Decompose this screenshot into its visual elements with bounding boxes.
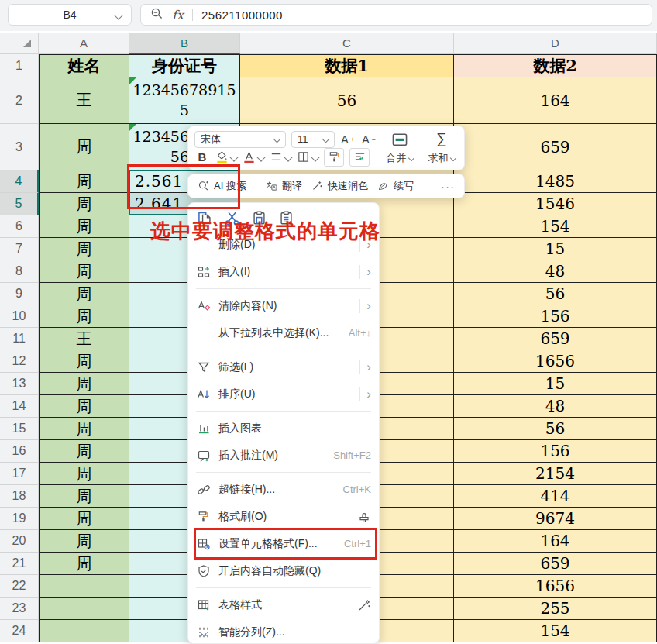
cell-A20[interactable]: 周 <box>39 530 129 553</box>
cell-A19[interactable]: 周 <box>39 508 129 530</box>
cell-B1[interactable]: 身份证号 <box>129 54 240 77</box>
cell-A3[interactable]: 周 <box>39 124 129 170</box>
cell-A10[interactable]: 周 <box>39 305 129 328</box>
row-header-9[interactable]: 9 <box>0 283 39 305</box>
menu-item-插入图表[interactable]: 插入图表 <box>188 415 379 442</box>
font-color-button[interactable] <box>243 149 264 166</box>
row-header-22[interactable]: 22 <box>0 575 39 598</box>
decrease-font-button[interactable]: A− <box>361 131 377 148</box>
column-header-C[interactable]: C <box>240 33 454 54</box>
row-header-20[interactable]: 20 <box>0 530 39 553</box>
cell-D18[interactable]: 414 <box>454 485 657 508</box>
menu-item-开启内容自动隐藏Q[interactable]: 开启内容自动隐藏(Q) <box>188 557 379 584</box>
cell-D7[interactable]: 15 <box>454 238 657 260</box>
row-header-21[interactable]: 21 <box>0 553 39 575</box>
row-header-10[interactable]: 10 <box>0 305 39 328</box>
wrap-text-button[interactable] <box>349 148 370 167</box>
zoom-search-icon[interactable] <box>150 7 163 23</box>
row-header-18[interactable]: 18 <box>0 485 39 508</box>
fx-icon[interactable]: fx <box>172 8 184 22</box>
cell-A2[interactable]: 王 <box>39 77 129 124</box>
cell-A12[interactable]: 周 <box>39 350 129 373</box>
cell-D2[interactable]: 164 <box>454 77 657 124</box>
menu-item-插入I[interactable]: 插入(I)› <box>188 258 379 285</box>
formula-value[interactable]: 256211000000 <box>201 9 283 22</box>
increase-font-button[interactable]: A+ <box>340 131 356 148</box>
column-header-D[interactable]: D <box>454 33 657 54</box>
cell-D19[interactable]: 9674 <box>454 508 657 530</box>
cell-D14[interactable]: 48 <box>454 395 657 418</box>
cell-A9[interactable]: 周 <box>39 283 129 305</box>
select-all-corner[interactable] <box>0 33 39 54</box>
cell-A4[interactable]: 周 <box>39 170 129 193</box>
row-header-8[interactable]: 8 <box>0 260 39 283</box>
more-options-button[interactable]: ··· <box>441 180 455 193</box>
font-name-select[interactable]: 宋体 <box>194 131 286 148</box>
paste-button[interactable] <box>250 209 267 226</box>
row-header-15[interactable]: 15 <box>0 418 39 440</box>
cell-D23[interactable]: 255 <box>454 598 657 620</box>
row-header-13[interactable]: 13 <box>0 373 39 395</box>
menu-item-排序U[interactable]: 排序(U)› <box>188 381 379 408</box>
menu-item-智能分列Z[interactable]: 智能分列(Z)... <box>188 618 379 644</box>
cell-D11[interactable]: 659 <box>454 328 657 350</box>
name-box[interactable]: B4 <box>8 4 132 26</box>
row-header-3[interactable]: 3 <box>0 124 39 170</box>
cell-A13[interactable]: 周 <box>39 373 129 395</box>
cell-D1[interactable]: 数据2 <box>454 54 657 77</box>
merge-cells-button[interactable]: 合并 <box>381 130 418 166</box>
menu-item-清除内容N[interactable]: 清除内容(N)› <box>188 292 379 319</box>
cell-A18[interactable]: 周 <box>39 485 129 508</box>
menu-item-格式刷O[interactable]: 格式刷(O) <box>188 503 379 530</box>
menu-item-插入批注M[interactable]: 插入批注(M)Shift+F2 <box>188 442 379 469</box>
cell-D6[interactable]: 154 <box>454 215 657 238</box>
menu-item-筛选L[interactable]: 筛选(L)› <box>188 353 379 381</box>
row-header-14[interactable]: 14 <box>0 395 39 418</box>
cell-A5[interactable]: 周 <box>39 193 129 215</box>
row-header-5[interactable]: 5 <box>0 193 39 215</box>
borders-button[interactable] <box>297 149 318 166</box>
menu-item-删除D[interactable]: 删除(D)› <box>188 231 379 258</box>
cell-D13[interactable]: 15 <box>454 373 657 395</box>
chevron-down-icon[interactable] <box>114 11 122 19</box>
cell-A6[interactable]: 周 <box>39 215 129 238</box>
menu-item-表格样式[interactable]: 表格样式 <box>188 591 379 618</box>
sum-button[interactable]: ∑ 求和 <box>423 130 460 166</box>
paste-special-button[interactable] <box>277 209 294 226</box>
cell-A17[interactable]: 周 <box>39 463 129 485</box>
cell-A7[interactable]: 周 <box>39 238 129 260</box>
cell-A11[interactable]: 王 <box>39 328 129 350</box>
bold-button[interactable]: B <box>194 149 210 166</box>
row-header-4[interactable]: 4 <box>0 170 39 193</box>
row-header-23[interactable]: 23 <box>0 598 39 620</box>
cell-A22[interactable] <box>39 575 129 598</box>
cell-A16[interactable]: 周 <box>39 440 129 463</box>
translate-button[interactable]: 翻译 <box>266 179 302 193</box>
column-header-A[interactable]: A <box>39 33 129 54</box>
cell-C1[interactable]: 数据1 <box>240 54 454 77</box>
cell-D10[interactable]: 156 <box>454 305 657 328</box>
column-header-B[interactable]: B <box>129 33 240 54</box>
cell-D17[interactable]: 2154 <box>454 463 657 485</box>
cell-D12[interactable]: 1656 <box>454 350 657 373</box>
row-header-2[interactable]: 2 <box>0 77 39 124</box>
cell-A21[interactable]: 周 <box>39 553 129 575</box>
cell-A1[interactable]: 姓名 <box>39 54 129 77</box>
cell-A15[interactable]: 周 <box>39 418 129 440</box>
row-header-1[interactable]: 1 <box>0 54 39 77</box>
formula-bar[interactable]: fx 256211000000 <box>140 4 652 26</box>
cell-B2[interactable]: 123456789155 <box>129 77 240 124</box>
menu-item-从下拉列表中选择K[interactable]: 从下拉列表中选择(K)...Alt+↓ <box>188 319 379 346</box>
row-header-16[interactable]: 16 <box>0 440 39 463</box>
row-header-19[interactable]: 19 <box>0 508 39 530</box>
polish-wand-button[interactable]: 快速润色 <box>311 179 368 193</box>
fill-color-button[interactable] <box>215 149 237 166</box>
cell-D21[interactable]: 659 <box>454 553 657 575</box>
menu-item-设置单元格格式F[interactable]: 设置单元格格式(F)...Ctrl+1 <box>188 530 379 557</box>
row-header-6[interactable]: 6 <box>0 215 39 238</box>
alignment-button[interactable] <box>270 149 291 166</box>
format-painter-button[interactable] <box>324 148 344 167</box>
cell-A24[interactable] <box>39 620 129 642</box>
cell-A23[interactable] <box>39 598 129 620</box>
ai-search-button[interactable]: AI 搜索 <box>198 179 246 193</box>
